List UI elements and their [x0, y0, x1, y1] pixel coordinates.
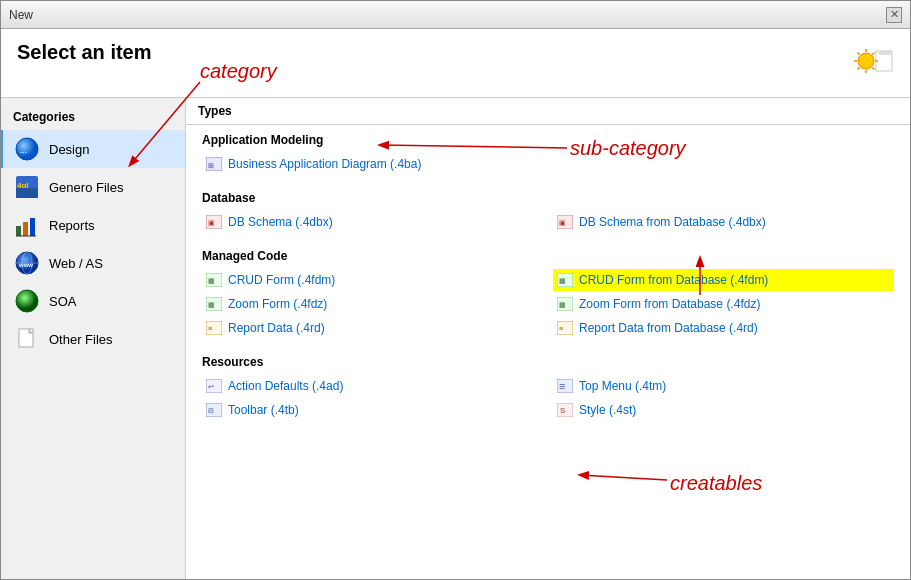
section-header-database: Database	[186, 183, 910, 209]
crud-form-icon: ▦	[206, 272, 222, 288]
report-data-db-icon: ≡	[557, 320, 573, 336]
type-item-toolbar[interactable]: ⊟ Toolbar (.4tb)	[202, 399, 543, 421]
reports-icon	[13, 211, 41, 239]
action-defaults-icon: ↩	[206, 378, 222, 394]
type-item-dbschema[interactable]: ▣ DB Schema (.4dbx)	[202, 211, 543, 233]
bad-icon: ⊞	[206, 156, 222, 172]
toolbar-label: Toolbar (.4tb)	[228, 403, 299, 417]
svg-text:☰: ☰	[559, 383, 565, 390]
sidebar-item-other-files[interactable]: Other Files	[1, 320, 185, 358]
content-area: Categories ...	[1, 98, 910, 579]
type-item-top-menu[interactable]: ☰ Top Menu (.4tm)	[553, 375, 894, 397]
svg-text:≡: ≡	[208, 325, 212, 332]
top-menu-icon: ☰	[557, 378, 573, 394]
zoom-form-db-icon: ▦	[557, 296, 573, 312]
dbschema-db-label: DB Schema from Database (.4dbx)	[579, 215, 766, 229]
sidebar-item-reports-label: Reports	[49, 218, 95, 233]
svg-point-2	[858, 53, 874, 69]
top-menu-label: Top Menu (.4tm)	[579, 379, 666, 393]
svg-text:▦: ▦	[559, 277, 566, 284]
dialog-title: Select an item	[17, 41, 152, 64]
style-icon: S	[557, 402, 573, 418]
svg-text:...: ...	[20, 146, 27, 155]
report-data-icon: ≡	[206, 320, 222, 336]
type-item-action-defaults[interactable]: ↩ Action Defaults (.4ad)	[202, 375, 543, 397]
zoom-form-label: Zoom Form (.4fdz)	[228, 297, 327, 311]
svg-text:↩: ↩	[208, 383, 214, 390]
report-data-db-label: Report Data from Database (.4rd)	[579, 321, 758, 335]
zoom-form-icon: ▦	[206, 296, 222, 312]
type-item-style[interactable]: S Style (.4st)	[553, 399, 894, 421]
main-panel: Types Application Modeling ⊞ Business Ap…	[186, 98, 910, 579]
svg-line-10	[858, 67, 860, 69]
type-item-zoom-form[interactable]: ▦ Zoom Form (.4fdz)	[202, 293, 543, 315]
managed-code-items: ▦ CRUD Form (.4fdm) ▦ CRUD Form from Dat…	[186, 267, 910, 347]
resources-items: ↩ Action Defaults (.4ad) ☰ Top Menu (.4t…	[186, 373, 910, 429]
svg-text:⊞: ⊞	[208, 162, 214, 169]
crud-form-db-label: CRUD Form from Database (.4fdm)	[579, 273, 768, 287]
dbschema-icon: ▣	[206, 214, 222, 230]
soa-icon	[13, 287, 41, 315]
report-data-label: Report Data (.4rd)	[228, 321, 325, 335]
sidebar-item-soa-label: SOA	[49, 294, 76, 309]
web-as-icon: www	[13, 249, 41, 277]
svg-text:▣: ▣	[208, 219, 215, 226]
svg-text:▦: ▦	[208, 301, 215, 308]
sidebar-item-soa[interactable]: SOA	[1, 282, 185, 320]
svg-line-9	[872, 53, 874, 55]
type-item-crud-form[interactable]: ▦ CRUD Form (.4fdm)	[202, 269, 543, 291]
dbschema-db-icon: ▣	[557, 214, 573, 230]
svg-rect-18	[30, 218, 35, 236]
title-bar: New ✕	[1, 1, 910, 29]
section-header-application-modeling: Application Modeling	[186, 125, 910, 151]
database-items: ▣ DB Schema (.4dbx) ▣ DB Schema from Dat…	[186, 209, 910, 241]
sidebar-item-other-label: Other Files	[49, 332, 113, 347]
bad-label: Business Application Diagram (.4ba)	[228, 157, 421, 171]
action-defaults-label: Action Defaults (.4ad)	[228, 379, 343, 393]
section-header-resources: Resources	[186, 347, 910, 373]
close-button[interactable]: ✕	[886, 7, 902, 23]
section-header-managed-code: Managed Code	[186, 241, 910, 267]
header-area: Select an item	[1, 29, 910, 98]
sidebar-item-design[interactable]: ... Design	[1, 130, 185, 168]
type-item-report-data-db[interactable]: ≡ Report Data from Database (.4rd)	[553, 317, 894, 339]
svg-rect-16	[16, 226, 21, 236]
svg-text:S: S	[560, 406, 565, 415]
crud-form-db-icon: ▦	[557, 272, 573, 288]
svg-line-7	[858, 53, 860, 55]
sidebar-item-genero-files[interactable]: 4gl Genero Files	[1, 168, 185, 206]
type-item-report-data[interactable]: ≡ Report Data (.4rd)	[202, 317, 543, 339]
svg-point-24	[16, 290, 38, 312]
svg-text:▦: ▦	[559, 301, 566, 308]
type-item-bad[interactable]: ⊞ Business Application Diagram (.4ba)	[202, 153, 543, 175]
svg-text:≡: ≡	[559, 325, 563, 332]
type-item-dbschema-db[interactable]: ▣ DB Schema from Database (.4dbx)	[553, 211, 894, 233]
sidebar-item-design-label: Design	[49, 142, 89, 157]
toolbar-icon: ⊟	[206, 402, 222, 418]
categories-label: Categories	[1, 106, 185, 130]
header-decoration-icon	[846, 41, 894, 89]
svg-text:www: www	[18, 262, 33, 268]
svg-text:▦: ▦	[208, 277, 215, 284]
style-label: Style (.4st)	[579, 403, 636, 417]
zoom-form-db-label: Zoom Form from Database (.4fdz)	[579, 297, 760, 311]
sidebar-item-reports[interactable]: Reports	[1, 206, 185, 244]
design-icon: ...	[13, 135, 41, 163]
sidebar-item-web-label: Web / AS	[49, 256, 103, 271]
svg-rect-17	[23, 222, 28, 236]
window-title: New	[9, 8, 33, 22]
type-item-crud-form-db[interactable]: ▦ CRUD Form from Database (.4fdm)	[553, 269, 894, 291]
types-header: Types	[186, 98, 910, 125]
sidebar-item-genero-label: Genero Files	[49, 180, 123, 195]
application-modeling-items: ⊞ Business Application Diagram (.4ba)	[186, 151, 910, 183]
other-files-icon	[13, 325, 41, 353]
sidebar-item-web-as[interactable]: www Web / AS	[1, 244, 185, 282]
dbschema-label: DB Schema (.4dbx)	[228, 215, 333, 229]
svg-text:▣: ▣	[559, 219, 566, 226]
sidebar: Categories ...	[1, 98, 186, 579]
type-item-zoom-form-db[interactable]: ▦ Zoom Form from Database (.4fdz)	[553, 293, 894, 315]
svg-rect-15	[16, 188, 38, 198]
svg-line-8	[872, 67, 874, 69]
genero-files-icon: 4gl	[13, 173, 41, 201]
svg-text:⊟: ⊟	[208, 407, 214, 414]
